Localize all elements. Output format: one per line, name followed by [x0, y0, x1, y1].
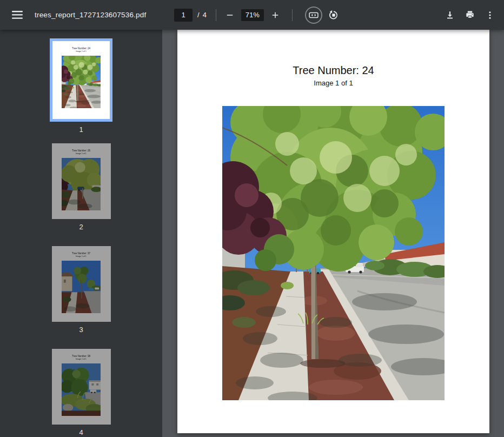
page-zoom-controls: / 4 71% [174, 0, 341, 30]
thumbnail-page-1[interactable]: Tree Number: 24 Image 1 of 1 1 [50, 38, 112, 143]
plus-icon [270, 10, 280, 20]
thumbnail-subtitle: Image 1 of 1 [76, 255, 86, 257]
pdf-page-1: Tree Number: 24 Image 1 of 1 [177, 30, 489, 433]
thumbnail-title: Tree Number: 37 [72, 252, 90, 255]
page-title: Tree Number: 24 [177, 30, 489, 77]
rotate-button[interactable] [326, 8, 341, 23]
zoom-out-button[interactable] [222, 8, 237, 23]
thumbnail-selection-border: Tree Number: 24 Image 1 of 1 [50, 38, 112, 122]
toolbar-divider [216, 9, 216, 21]
download-icon [445, 10, 455, 21]
page-separator: / [197, 11, 200, 19]
thumbnail-page-3[interactable]: Tree Number: 37 Image 1 of 1 [52, 246, 111, 349]
thumbnail-subtitle: Image 1 of 1 [76, 50, 86, 52]
zoom-level: 71% [241, 9, 264, 21]
thumbnail-subtitle: Image 1 of 1 [76, 358, 86, 360]
download-button[interactable] [442, 8, 457, 23]
fit-button-focus-ring [305, 6, 322, 24]
tree-photo [222, 106, 445, 400]
toolbar-right-actions [442, 0, 498, 30]
page-count-label: / 4 [197, 11, 207, 19]
fit-to-width-button[interactable] [307, 9, 320, 22]
rotate-counterclockwise-icon [328, 10, 339, 21]
page-subtitle: Image 1 of 1 [177, 79, 489, 87]
pdf-viewer-window: trees_report_1727123607536.pdf / 4 71% [0, 0, 504, 437]
thumbnail-photo [62, 363, 101, 416]
more-options-button[interactable] [482, 8, 498, 23]
thumbnail-photo [62, 56, 101, 108]
thumbnail-page-4[interactable]: Tree Number: 38 Image 1 of 1 [52, 349, 111, 437]
minus-icon [225, 10, 235, 20]
thumbnail-page-label: 1 [79, 125, 83, 135]
print-icon [465, 10, 475, 21]
thumbnail-page-label: 4 [79, 428, 83, 437]
hamburger-icon [12, 11, 23, 19]
thumbnail-page-label: 3 [79, 326, 83, 335]
thumbnail-title: Tree Number: 26 [72, 149, 90, 152]
toolbar: trees_report_1727123607536.pdf / 4 71% [0, 0, 504, 30]
thumbnail-photo [62, 158, 101, 210]
thumbnail-page-label: 2 [79, 223, 83, 232]
zoom-in-button[interactable] [268, 8, 283, 23]
thumbnail-page-surface: Tree Number: 38 Image 1 of 1 [52, 349, 111, 425]
page-total: 4 [203, 11, 207, 19]
thumbnail-title: Tree Number: 24 [72, 47, 90, 50]
thumbnail-sidebar: Tree Number: 24 Image 1 of 1 1 Tree Numb… [0, 30, 162, 437]
document-viewport: Tree Number: 24 Image 1 of 1 [162, 30, 504, 437]
fit-to-width-icon [308, 10, 319, 21]
thumbnail-subtitle: Image 1 of 1 [76, 153, 86, 155]
thumbnail-title: Tree Number: 38 [72, 355, 90, 357]
page-number-input[interactable] [174, 9, 193, 22]
menu-button[interactable] [10, 8, 25, 23]
thumbnail-page-surface: Tree Number: 37 Image 1 of 1 [52, 246, 111, 322]
document-title: trees_report_1727123607536.pdf [35, 11, 146, 19]
thumbnail-page-2[interactable]: Tree Number: 26 Image 1 of 1 [52, 143, 111, 246]
thumbnail-photo [62, 261, 101, 313]
thumbnail-page-surface: Tree Number: 24 Image 1 of 1 [52, 41, 110, 119]
thumbnail-page-surface: Tree Number: 26 Image 1 of 1 [52, 143, 111, 219]
toolbar-divider [292, 9, 293, 21]
print-button[interactable] [462, 8, 478, 23]
kebab-menu-icon [485, 10, 495, 21]
